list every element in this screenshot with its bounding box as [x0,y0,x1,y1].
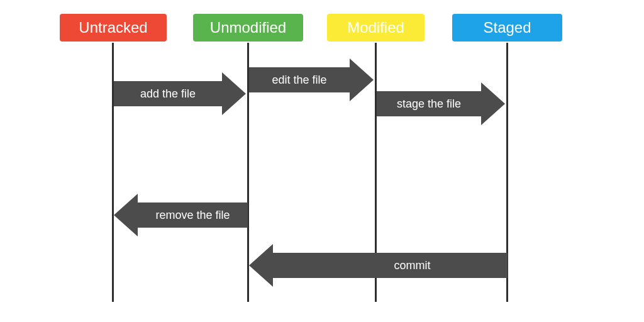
arrow-label: commit [394,259,431,272]
arrow-stage-the-file: stage the file [377,91,481,116]
arrow-add-the-file: add the file [114,81,222,106]
state-staged: Staged [452,14,562,42]
arrow-remove-the-file: remove the file [138,203,248,228]
state-modified: Modified [327,14,425,42]
git-file-lifecycle-diagram: Untracked Unmodified Modified Staged add… [0,0,644,322]
arrow-edit-the-file: edit the file [249,67,350,92]
arrow-label: add the file [140,87,196,101]
arrow-label: remove the file [155,209,230,222]
state-untracked: Untracked [60,14,167,42]
arrow-label: stage the file [397,97,461,111]
state-unmodified: Unmodified [193,14,303,42]
arrow-commit: commit [273,253,508,278]
arrow-label: edit the file [272,74,326,87]
